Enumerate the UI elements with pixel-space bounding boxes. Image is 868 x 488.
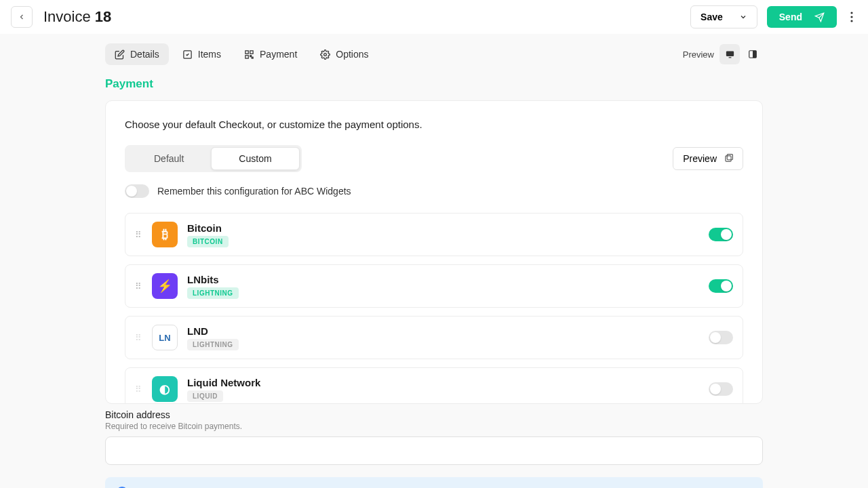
payment-method-name: LND [187,325,699,337]
remember-row: Remember this configuration for ABC Widg… [125,184,743,198]
tabbar: Details Items Payment Options Preview [105,34,763,69]
remember-switch[interactable] [125,184,149,198]
columns-icon [748,49,757,59]
svg-rect-13 [753,51,756,58]
payment-method-row: ⠿◐Liquid NetworkLIQUID [125,367,743,404]
mode-toggle: Default Custom [125,145,302,172]
svg-rect-14 [726,156,731,161]
remember-label: Remember this configuration for ABC Widg… [157,186,351,197]
check-square-icon [182,49,193,60]
payment-method-icon: LN [152,325,178,350]
svg-point-0 [850,12,852,14]
payment-method-body: BitcoinBITCOIN [187,222,699,247]
send-button[interactable]: Send [767,6,837,28]
mode-default-button[interactable]: Default [127,147,211,170]
svg-rect-4 [245,50,248,53]
mode-row: Default Custom Preview [125,145,743,172]
payment-method-row: ⠿LNLNDLIGHTNING [125,316,743,359]
dots-vertical-icon [850,12,853,22]
tab-payment[interactable]: Payment [235,43,307,65]
payment-method-name: LNbits [187,274,699,285]
drag-handle-icon[interactable]: ⠿ [135,282,142,291]
preview-switch: Preview [683,44,763,64]
monitor-icon [725,49,735,60]
drag-handle-icon[interactable]: ⠿ [135,230,142,239]
svg-point-2 [850,20,852,22]
payment-method-tag: LIGHTNING [187,339,239,350]
field-help: Required to receive Bitcoin payments. [105,422,763,431]
external-window-icon [724,154,733,163]
preview-label: Preview [683,49,714,60]
payment-method-body: Liquid NetworkLIQUID [187,377,699,402]
preview-desktop-button[interactable] [719,44,740,64]
payment-method-icon: ◐ [152,376,178,402]
save-button[interactable]: Save [690,5,757,28]
svg-rect-7 [250,55,252,56]
payment-methods-list: ⠿₿BitcoinBITCOIN⠿⚡LNbitsLIGHTNING⠿LNLNDL… [125,213,743,404]
page-title: Invoice 18 [43,8,111,26]
mode-custom-button[interactable]: Custom [211,147,299,170]
payment-method-name: Bitcoin [187,222,699,234]
preview-button[interactable]: Preview [673,147,743,170]
gear-icon [320,49,330,60]
payment-method-tag: LIGHTNING [187,287,239,299]
svg-point-1 [850,16,852,18]
bitcoin-address-field: Bitcoin address Required to receive Bitc… [105,409,763,465]
payment-method-row: ⠿⚡LNbitsLIGHTNING [125,264,743,308]
tab-details[interactable]: Details [105,43,169,65]
payment-method-switch[interactable] [709,279,733,293]
payment-method-switch[interactable] [709,382,733,396]
card-description: Choose your default Checkout, or customi… [125,119,743,130]
back-button[interactable] [11,6,33,28]
drag-handle-icon: ⠿ [135,333,142,342]
bitcoin-address-input[interactable] [105,436,763,465]
tab-options[interactable]: Options [311,43,378,65]
edit-icon [115,49,125,60]
payment-method-switch[interactable] [709,331,733,344]
topbar: Invoice 18 Save Send [0,0,868,34]
svg-point-9 [324,53,327,56]
preview-split-button[interactable] [743,44,763,64]
svg-rect-6 [245,55,248,58]
svg-rect-10 [726,51,733,56]
payment-method-icon: ₿ [152,222,178,247]
payment-method-row: ⠿₿BitcoinBITCOIN [125,213,743,256]
send-icon [814,12,825,22]
payment-method-body: LNbitsLIGHTNING [187,274,699,299]
chevron-left-icon [18,13,26,21]
svg-rect-15 [727,155,732,160]
svg-rect-8 [252,57,253,58]
payment-method-name: Liquid Network [187,377,699,388]
payment-method-body: LNDLIGHTNING [187,325,699,350]
payment-method-switch[interactable] [709,228,733,241]
tabs: Details Items Payment Options [105,43,378,65]
note-box: i Note: As a privacy measure, make sure … [105,477,763,488]
field-label: Bitcoin address [105,409,763,420]
tab-items[interactable]: Items [173,43,231,65]
svg-rect-5 [250,50,253,53]
payment-card: Choose your default Checkout, or customi… [105,100,763,404]
payment-method-icon: ⚡ [152,273,178,299]
svg-rect-11 [728,57,731,58]
content: Payment Choose your default Checkout, or… [105,69,763,488]
payment-method-tag: BITCOIN [187,236,229,247]
chevron-down-icon [739,13,747,21]
qr-icon [244,49,254,60]
more-menu-button[interactable] [846,7,857,26]
drag-handle-icon: ⠿ [135,385,142,394]
topbar-actions: Save Send [690,5,857,28]
section-title: Payment [105,77,763,91]
payment-method-tag: LIQUID [187,390,223,402]
